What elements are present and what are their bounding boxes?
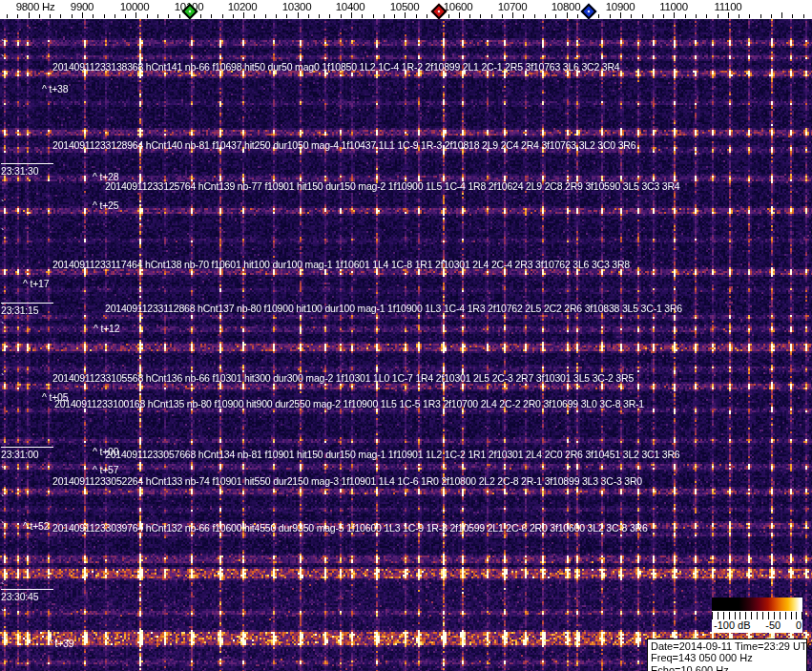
meteor-echo-spectrogram-app: 9800 Hz990010000101001020010300104001050…: [0, 0, 812, 671]
waterfall-display: -100 dB -50 0 Date=2014-09-11 Time=23:29…: [0, 19, 812, 671]
event-time-marker: ^ t+12: [94, 323, 119, 334]
detection-log-line: 20140911233117464 hCnt138 nb-70 f10601 h…: [52, 259, 630, 270]
ruler-frequency-label: 10700: [498, 1, 527, 12]
info-date-time: Date=2014-09-11 Time=23:29 UTC: [651, 640, 806, 652]
ruler-frequency-label: 11100: [715, 1, 742, 12]
left-edge-tick: `: [1, 608, 5, 619]
diamond-center-dot: [437, 10, 441, 13]
event-time-marker: ^ t+39: [48, 638, 73, 649]
ruler-frequency-label: 10600: [444, 1, 472, 12]
left-edge-tick: `: [1, 372, 5, 384]
time-axis-label: 23:31:30: [1, 163, 53, 177]
event-time-marker: ^ t+38: [42, 83, 68, 94]
event-time-marker: ^ t+05: [42, 391, 68, 403]
legend-db-mid-label: -50: [765, 619, 781, 631]
ruler-frequency-label: 10300: [282, 1, 311, 12]
event-time-marker: ^ t+52: [23, 520, 49, 532]
detection-log-line: 20140911233125764 hCnt139 nb-77 f10901 h…: [105, 180, 679, 192]
ruler-frequency-label: 10500: [390, 1, 419, 12]
event-time-marker: ^ t+57: [93, 464, 118, 475]
spectrogram-canvas: [0, 19, 812, 671]
left-edge-tick: `: [1, 520, 5, 532]
time-axis-label: 23:31:15: [1, 303, 53, 316]
left-edge-tick: `: [1, 168, 5, 179]
detection-log-line: 20140911233112868 hCnt137 nb-80 f10900 h…: [105, 303, 682, 314]
detection-log-line: 20140911233039764 hCnt132 nb-66 f10600 h…: [52, 522, 648, 534]
detection-log-line: 20140911233052264 hCnt133 nb-74 f10901 h…: [52, 475, 642, 487]
event-time-marker: ^ t+28: [93, 171, 118, 182]
event-time-marker: ^ t+17: [23, 278, 49, 289]
legend-tick-ruler: [712, 611, 802, 619]
diamond-center-dot: [587, 10, 591, 13]
left-edge-tick: `: [1, 636, 5, 647]
ruler-frequency-label: 11000: [659, 1, 688, 12]
diamond-center-dot: [188, 10, 192, 13]
observation-info-box: Date=2014-09-11 Time=23:29 UTC Freq=143 …: [647, 639, 807, 671]
ruler-frequency-label: 9800 Hz: [16, 1, 55, 12]
time-axis-label: 23:30:45: [1, 589, 53, 602]
left-edge-tick: `: [1, 227, 5, 239]
left-edge-tick: `: [1, 38, 5, 50]
ruler-frequency-label: 10800: [552, 1, 580, 12]
ruler-frequency-label: 10000: [120, 1, 149, 12]
left-edge-tick: `: [1, 581, 5, 593]
detection-log-line: 20140911233105568 hCnt136 nb-66 f10301 h…: [52, 372, 634, 384]
ruler-frequency-label: 9900: [71, 1, 94, 12]
detection-log-line: 20140911233100168 hCnt135 nb-80 f10900 h…: [54, 398, 644, 409]
detection-log-line: 20140911233057668 hCnt134 nb-81 f10901 h…: [105, 449, 679, 460]
event-time-marker: ^ t+00: [93, 446, 118, 457]
left-edge-tick: `: [1, 302, 5, 313]
left-edge-tick: `: [1, 493, 5, 505]
ruler-frequency-label: 10400: [336, 1, 364, 12]
db-scale-legend: -100 dB -50 0: [712, 598, 802, 633]
event-time-marker: ^ t+25: [93, 199, 118, 211]
time-axis-label: 23:31:00: [1, 447, 53, 460]
detection-log-line: 20140911233128964 hCnt140 nb-81 f10437 h…: [52, 139, 635, 151]
legend-gradient-bar: [712, 598, 802, 611]
info-frequency: Freq=143 050 000 Hz: [651, 652, 806, 663]
left-edge-tick: `: [1, 53, 5, 65]
frequency-ruler[interactable]: 9800 Hz990010000101001020010300104001050…: [0, 0, 812, 19]
info-echo: Echo=10 600 Hz: [651, 664, 806, 671]
detection-log-line: 20140911233138368 hCnt141 nb-66 f10698 h…: [52, 61, 619, 73]
left-edge-tick: `: [1, 199, 5, 210]
legend-db-max-label: 0: [796, 619, 802, 631]
ruler-frequency-label: 10900: [606, 1, 635, 12]
left-edge-tick: `: [1, 321, 5, 332]
ruler-frequency-label: 10200: [228, 1, 257, 12]
left-edge-tick: `: [1, 465, 5, 476]
legend-db-min-label: -100 dB: [714, 619, 751, 631]
